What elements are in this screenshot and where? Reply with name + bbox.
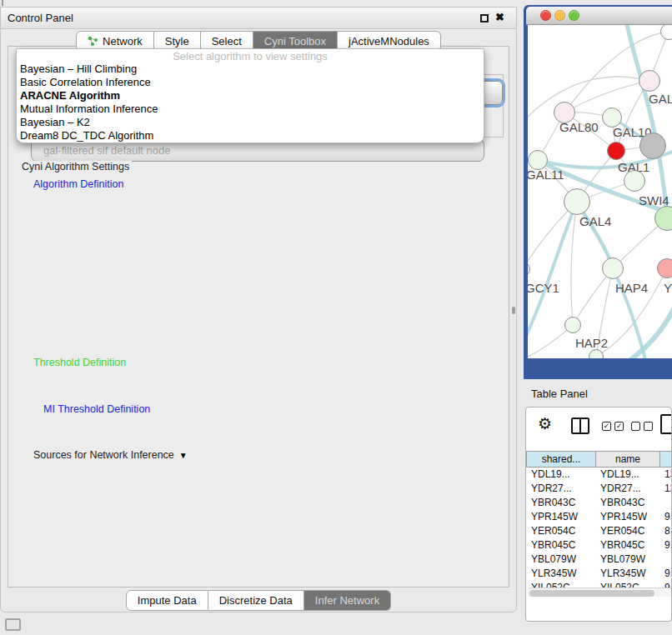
table-panel: Table Panel shared...name YDL19...YDL19.… <box>524 382 672 635</box>
table-cell: YBR045C <box>531 538 596 552</box>
network-node[interactable] <box>607 142 625 160</box>
network-node[interactable] <box>589 349 604 358</box>
table-cell: YBR043C <box>531 496 596 510</box>
zoom-light[interactable] <box>569 10 579 21</box>
close-icon[interactable] <box>495 11 504 23</box>
close-light[interactable] <box>540 10 551 21</box>
network-node[interactable] <box>639 70 660 92</box>
table-cell: 9 <box>664 581 672 588</box>
splitter-tick-top <box>2 0 3 6</box>
sources-title-text: Sources for Network Inference <box>33 449 174 461</box>
table-cell: YER054C <box>600 524 660 538</box>
table-cell: YIL052C <box>531 581 596 588</box>
tab-label: jActiveMNodules <box>349 35 429 48</box>
tab-infer-network[interactable]: Infer Network <box>304 590 391 611</box>
network-node[interactable] <box>639 132 666 159</box>
algorithm-item[interactable]: Basic Correlation Inference <box>17 76 484 89</box>
tab-label: Discretize Data <box>219 594 293 607</box>
panel-splitter-handle[interactable] <box>512 307 515 314</box>
network-node[interactable] <box>602 258 624 279</box>
minimized-panel-icon[interactable] <box>5 618 21 631</box>
network-node-label: GAL80 <box>559 120 599 134</box>
table-row[interactable]: YDR27...YDR27...12 <box>526 482 672 496</box>
control-panel-titlebar: Control Panel <box>1 8 516 29</box>
network-node-label: SWI4 <box>639 193 669 208</box>
control-panel: Control Panel Network Style Select <box>0 7 517 612</box>
checked-boxes-icon[interactable] <box>602 422 624 431</box>
sources-group-title[interactable]: Sources for Network Inference <box>31 449 190 461</box>
collapse-down-icon[interactable] <box>179 449 188 461</box>
minimize-light[interactable] <box>554 10 565 21</box>
float-window-icon[interactable] <box>480 14 489 22</box>
tab-label: Cyni Toolbox <box>264 35 326 48</box>
gear-icon[interactable] <box>538 414 552 433</box>
table-row[interactable]: YLR345WYLR345W9. <box>526 567 672 581</box>
network-node-label: HAP2 <box>575 336 608 350</box>
bottom-tab-bar: Impute Data Discretize Data Infer Networ… <box>1 590 516 611</box>
column-header[interactable]: shared... <box>526 451 596 468</box>
table-cell: YDR27... <box>531 482 596 496</box>
tab-label: Impute Data <box>138 594 197 607</box>
split-columns-icon[interactable] <box>571 418 589 434</box>
algorithm-dropdown-popup: Select algorithm to view settings Bayesi… <box>16 48 484 143</box>
algorithm-item[interactable]: Bayesian – K2 <box>17 116 484 129</box>
algorithm-definition-title: Algorithm Definition <box>31 178 126 190</box>
tab-label: Network <box>103 35 143 48</box>
table-row[interactable]: YBR045CYBR045C9. <box>526 538 672 552</box>
network-node[interactable] <box>624 170 645 192</box>
network-node[interactable] <box>564 317 581 333</box>
table-cell: 12 <box>664 482 672 496</box>
network-window-titlebar[interactable] <box>526 7 672 25</box>
tab-label: Select <box>212 35 242 48</box>
algorithm-popup-placeholder: Select algorithm to view settings <box>17 51 484 62</box>
network-node-label: Y <box>664 281 672 295</box>
network-node-label: GCY1 <box>528 281 559 295</box>
table-cell: 9. <box>664 538 672 552</box>
table-cell: YLR345W <box>600 567 660 581</box>
table-card: shared...name YDL19...YDL19...13YDR27...… <box>525 407 672 622</box>
table-row[interactable]: YBL079WYBL079W <box>526 552 672 567</box>
table-cell: YIL052C <box>600 581 660 588</box>
network-graph-icon <box>88 36 98 47</box>
table-cell: 8. <box>664 524 672 538</box>
table-cell: YPR145W <box>531 510 596 524</box>
network-node[interactable] <box>564 188 590 215</box>
algorithm-item[interactable]: Bayesian – Hill Climbing <box>17 62 484 76</box>
table-row[interactable]: YDL19...YDL19...13 <box>526 468 672 482</box>
table-horizontal-scrollbar[interactable] <box>528 588 671 597</box>
table-cell: YDR27... <box>600 482 660 496</box>
table-rows: YDL19...YDL19...13YDR27...YDR27...12YBR0… <box>526 468 672 588</box>
tab-discretize-data[interactable]: Discretize Data <box>208 590 304 611</box>
network-node-label: GAL4 <box>579 214 611 228</box>
table-row[interactable]: YBR043CYBR043C <box>526 496 672 510</box>
scrollbar-thumb[interactable] <box>529 590 654 597</box>
table-cell: 9. <box>664 510 672 524</box>
network-node-label: GAL11 <box>528 168 564 182</box>
table-panel-title: Table Panel <box>531 388 588 400</box>
tab-impute-data[interactable]: Impute Data <box>126 590 208 611</box>
network-node-label: HAP4 <box>615 281 648 295</box>
table-cell: YDL19... <box>531 468 596 482</box>
network-view-window: GALGAL80GAL10GAL1GAL11SWI4GAL4GCY1HAP4YH… <box>524 5 672 379</box>
tab-label: Style <box>165 35 189 48</box>
control-panel-title: Control Panel <box>8 12 73 24</box>
algorithm-item[interactable]: Mutual Information Inference <box>17 102 484 116</box>
table-row[interactable]: YER054CYER054C8. <box>526 524 672 538</box>
column-header[interactable] <box>660 451 672 468</box>
screen: Control Panel Network Style Select <box>0 0 672 635</box>
table-cell: YLR345W <box>531 567 596 581</box>
network-node[interactable] <box>657 258 672 278</box>
table-cell: 13 <box>664 468 672 482</box>
network-canvas[interactable]: GALGAL80GAL10GAL1GAL11SWI4GAL4GCY1HAP4YH… <box>528 25 672 358</box>
unchecked-boxes-icon[interactable] <box>631 422 653 431</box>
algorithm-item[interactable]: Dream8 DC_TDC Algorithm <box>17 129 484 142</box>
table-row[interactable]: YPR145WYPR145W9. <box>526 510 672 524</box>
column-header[interactable]: name <box>596 451 660 468</box>
network-node-label: GAL <box>649 92 672 106</box>
page-icon[interactable] <box>660 414 672 434</box>
algorithm-item[interactable]: ARACNE Algorithm <box>17 89 484 102</box>
tab-label: Infer Network <box>315 594 379 607</box>
algorithm-list: Bayesian – Hill ClimbingBasic Correlatio… <box>17 62 484 142</box>
table-row[interactable]: YIL052CYIL052C9 <box>526 581 672 588</box>
threshold-definition-title: Threshold Definition <box>31 357 128 368</box>
